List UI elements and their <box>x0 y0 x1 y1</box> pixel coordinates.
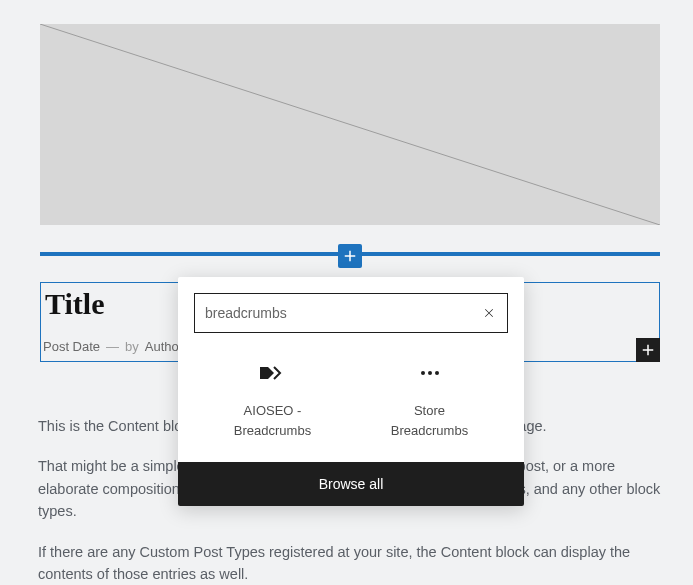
svg-point-3 <box>428 371 432 375</box>
block-inserter-popover: AIOSEO - Breadcrumbs Store Breadcrumbs B… <box>178 277 524 506</box>
meta-by: by <box>125 339 139 354</box>
featured-image-placeholder[interactable] <box>40 24 660 225</box>
browse-all-button[interactable]: Browse all <box>178 462 524 506</box>
add-block-after-button[interactable] <box>636 338 660 362</box>
plus-icon <box>639 341 657 359</box>
block-result-aioseo-breadcrumbs[interactable]: AIOSEO - Breadcrumbs <box>194 359 351 440</box>
block-result-store-breadcrumbs[interactable]: Store Breadcrumbs <box>351 359 508 440</box>
svg-point-4 <box>435 371 439 375</box>
clear-search-button[interactable] <box>481 305 497 321</box>
add-block-button[interactable] <box>338 244 362 268</box>
ellipsis-icon <box>420 359 440 387</box>
block-result-label: Store Breadcrumbs <box>391 401 468 440</box>
meta-separator: — <box>106 339 119 354</box>
search-box <box>194 293 508 333</box>
content-paragraph: If there are any Custom Post Types regis… <box>38 541 662 585</box>
block-result-label: AIOSEO - Breadcrumbs <box>234 401 311 440</box>
post-date: Post Date <box>43 339 100 354</box>
plus-icon <box>341 247 359 265</box>
breadcrumbs-chevron-icon <box>260 359 286 387</box>
svg-rect-1 <box>260 367 268 379</box>
close-icon <box>481 305 497 321</box>
svg-point-2 <box>421 371 425 375</box>
svg-line-0 <box>40 24 660 225</box>
search-wrap <box>178 277 524 341</box>
block-search-input[interactable] <box>205 305 481 321</box>
search-results: AIOSEO - Breadcrumbs Store Breadcrumbs <box>178 341 524 462</box>
placeholder-icon <box>40 24 660 225</box>
